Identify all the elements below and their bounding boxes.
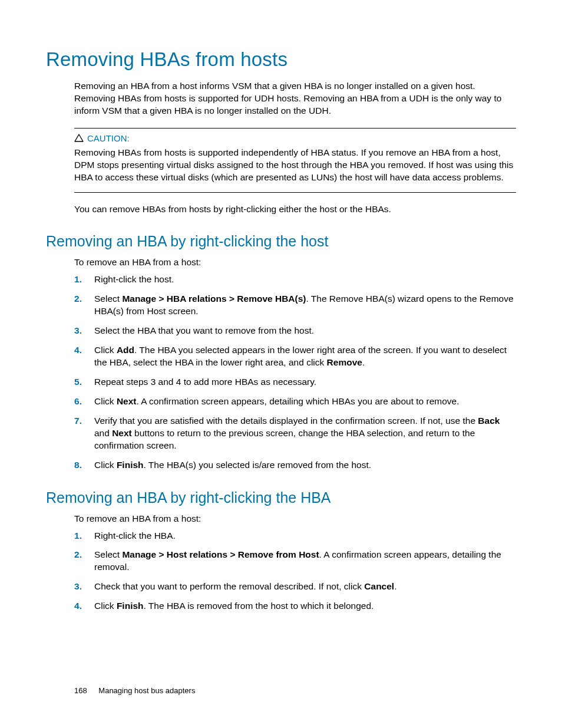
step-text: Click bbox=[94, 396, 117, 406]
section-heading-hba: Removing an HBA by right-clicking the HB… bbox=[46, 489, 516, 506]
step-bold: Manage > HBA relations > Remove HBA(s) bbox=[122, 294, 306, 304]
list-item: Select the HBA that you want to remove f… bbox=[74, 325, 516, 337]
step-text: Right-click the host. bbox=[94, 274, 174, 284]
step-bold: Cancel bbox=[364, 581, 394, 591]
caution-icon bbox=[74, 134, 84, 142]
step-bold: Remove bbox=[327, 357, 362, 367]
step-text: buttons to return to the previous screen… bbox=[94, 428, 475, 450]
page-footer: 168 Managing host bus adapters bbox=[74, 686, 195, 695]
step-text: Select bbox=[94, 549, 122, 559]
step-text: Select the HBA that you want to remove f… bbox=[94, 325, 314, 335]
list-item: Right-click the host. bbox=[74, 274, 516, 286]
step-bold: Add bbox=[117, 345, 134, 355]
step-text: . The HBA is removed from the host to wh… bbox=[144, 601, 374, 611]
step-text: . The HBA you selected appears in the lo… bbox=[94, 345, 507, 367]
list-item: Repeat steps 3 and 4 to add more HBAs as… bbox=[74, 376, 516, 388]
step-bold: Finish bbox=[117, 460, 144, 470]
list-item: Click Next. A confirmation screen appear… bbox=[74, 396, 516, 408]
step-text: and bbox=[94, 428, 112, 438]
chapter-title: Managing host bus adapters bbox=[98, 686, 195, 695]
caution-text: Removing HBAs from hosts is supported in… bbox=[74, 147, 516, 184]
step-text: Click bbox=[94, 345, 117, 355]
step-text: Repeat steps 3 and 4 to add more HBAs as… bbox=[94, 377, 316, 387]
step-bold: Next bbox=[112, 428, 132, 438]
section-b-intro: To remove an HBA from a host: bbox=[74, 513, 516, 524]
step-bold: Next bbox=[117, 396, 137, 406]
step-bold: Manage > Host relations > Remove from Ho… bbox=[122, 549, 319, 559]
page-number: 168 bbox=[74, 686, 87, 695]
page-title: Removing HBAs from hosts bbox=[46, 48, 516, 71]
step-bold: Back bbox=[478, 416, 500, 426]
steps-list-b: Right-click the HBA. Select Manage > Hos… bbox=[74, 530, 516, 613]
post-caution-paragraph: You can remove HBAs from hosts by right-… bbox=[74, 203, 516, 216]
step-text: Verify that you are satisfied with the d… bbox=[94, 416, 478, 426]
steps-list-a: Right-click the host. Select Manage > HB… bbox=[74, 274, 516, 471]
list-item: Right-click the HBA. bbox=[74, 530, 516, 542]
caution-label: CAUTION: bbox=[87, 133, 130, 143]
step-bold: Finish bbox=[117, 601, 144, 611]
step-text: . The HBA(s) you selected is/are removed… bbox=[144, 460, 372, 470]
step-text: Check that you want to perform the remov… bbox=[94, 581, 364, 591]
step-text: Click bbox=[94, 601, 117, 611]
caution-box: CAUTION: Removing HBAs from hosts is sup… bbox=[74, 128, 516, 193]
step-text: Click bbox=[94, 460, 117, 470]
step-text: . bbox=[394, 581, 396, 591]
list-item: Verify that you are satisfied with the d… bbox=[74, 415, 516, 452]
step-text: . bbox=[362, 357, 365, 367]
list-item: Select Manage > Host relations > Remove … bbox=[74, 549, 516, 574]
list-item: Click Add. The HBA you selected appears … bbox=[74, 344, 516, 369]
list-item: Check that you want to perform the remov… bbox=[74, 581, 516, 593]
list-item: Click Finish. The HBA is removed from th… bbox=[74, 600, 516, 612]
list-item: Click Finish. The HBA(s) you selected is… bbox=[74, 459, 516, 472]
page-content: Removing HBAs from hosts Removing an HBA… bbox=[0, 0, 562, 612]
caution-header: CAUTION: bbox=[74, 133, 516, 143]
list-item: Select Manage > HBA relations > Remove H… bbox=[74, 293, 516, 318]
step-text: Select bbox=[94, 294, 122, 304]
section-a-intro: To remove an HBA from a host: bbox=[74, 257, 516, 268]
section-heading-host: Removing an HBA by right-clicking the ho… bbox=[46, 233, 516, 250]
intro-paragraph: Removing an HBA from a host informs VSM … bbox=[74, 80, 516, 117]
step-text: . A confirmation screen appears, detaili… bbox=[137, 396, 459, 406]
step-text: Right-click the HBA. bbox=[94, 531, 176, 541]
post-caution-block: You can remove HBAs from hosts by right-… bbox=[74, 203, 516, 216]
intro-block: Removing an HBA from a host informs VSM … bbox=[74, 80, 516, 117]
